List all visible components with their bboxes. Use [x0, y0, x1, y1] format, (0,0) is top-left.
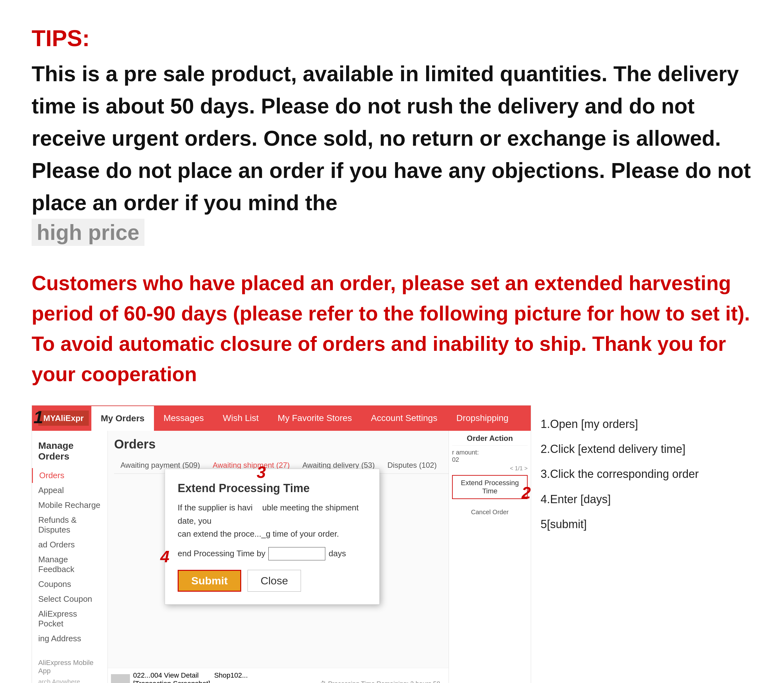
- red-notice: Customers who have placed an order, plea…: [32, 268, 752, 390]
- order-action-title: Order Action: [452, 434, 527, 446]
- sidebar-feedback[interactable]: Manage Feedback: [32, 552, 107, 577]
- amount-row: r amount:02: [452, 449, 527, 463]
- ali-main: Orders Awaiting payment (509) Awaiting s…: [108, 431, 531, 683]
- order-id: 022...004 View Detail Shop102...: [133, 671, 248, 680]
- ali-logo: MYAliExpr: [38, 410, 89, 426]
- modal-buttons: Submit Close: [178, 570, 367, 592]
- page-container: TIPS: This is a pre sale product, availa…: [32, 25, 752, 683]
- processing-time: ⏱ Processing Time Remaining: 2 hours 58.…: [320, 680, 446, 683]
- sidebar-appeal[interactable]: Appeal: [32, 483, 107, 498]
- sidebar-orders[interactable]: Orders: [32, 468, 107, 483]
- step4-badge: 4: [160, 547, 170, 566]
- order-row: 022...004 View Detail Shop102... [Transa…: [108, 668, 449, 683]
- instruction-3: 3.Click the corresponding order: [540, 462, 743, 486]
- cancel-order-label[interactable]: Cancel Order: [452, 508, 527, 516]
- step2-badge: 2: [522, 483, 531, 502]
- ali-nav: My Orders Messages Wish List My Favorite…: [91, 406, 518, 431]
- modal-title: Extend Processing Time: [178, 482, 367, 495]
- step1-badge: 1: [34, 407, 43, 427]
- ali-footer-label: AliExpress Mobile App: [32, 656, 107, 678]
- tips-label: TIPS:: [32, 25, 752, 51]
- sidebar-coupons[interactable]: Coupons: [32, 577, 107, 592]
- ali-footer-sub: arch Anywhere, Anytime: [32, 678, 107, 683]
- sidebar-title: Manage Orders: [32, 437, 107, 465]
- days-input[interactable]: [268, 547, 325, 560]
- aliexpress-ui: 1 MYAliExpr My Orders Messages Wish List…: [32, 405, 531, 683]
- tab-disputes[interactable]: Disputes (102): [381, 458, 443, 473]
- sidebar-address[interactable]: ing Address: [32, 631, 107, 646]
- modal-input-row: 4 end Processing Time by days: [178, 547, 367, 560]
- submit-wrapper: Submit: [178, 570, 241, 592]
- submit-button[interactable]: Submit: [178, 570, 241, 592]
- sidebar-refunds[interactable]: Refunds & Disputes: [32, 513, 107, 537]
- screenshot-area: 1 MYAliExpr My Orders Messages Wish List…: [32, 405, 752, 683]
- days-label: days: [329, 549, 346, 558]
- high-price-text: high price: [32, 219, 144, 246]
- nav-account-settings[interactable]: Account Settings: [361, 406, 447, 431]
- instructions-panel: 1.Open [my orders] 2.Click [extend deliv…: [531, 405, 752, 683]
- instruction-2: 2.Click [extend delivery time]: [540, 436, 743, 462]
- nav-wish-list[interactable]: Wish List: [213, 406, 268, 431]
- nav-messages[interactable]: Messages: [154, 406, 213, 431]
- nav-my-orders[interactable]: My Orders: [91, 406, 154, 431]
- sidebar-mobile-recharge[interactable]: Mobile Recharge: [32, 498, 107, 513]
- nav-favorite-stores[interactable]: My Favorite Stores: [268, 406, 361, 431]
- input-prefix-label: end Processing Time by: [178, 549, 265, 558]
- step3-badge: 3: [257, 463, 266, 482]
- tips-section: TIPS: This is a pre sale product, availa…: [32, 25, 752, 255]
- instruction-5: 5[submit]: [540, 512, 743, 537]
- sidebar-select-coupon[interactable]: Select Coupon: [32, 592, 107, 606]
- instruction-1: 1.Open [my orders]: [540, 412, 743, 436]
- ali-header: 1 MYAliExpr My Orders Messages Wish List…: [32, 406, 531, 431]
- instruction-4: 4.Enter [days]: [540, 487, 743, 512]
- close-button[interactable]: Close: [247, 570, 301, 592]
- amount-value: 02: [452, 456, 459, 463]
- modal-body: If the supplier is havi uble meeting the…: [178, 501, 367, 541]
- order-transaction: [Transaction Screenshot]: [133, 680, 248, 683]
- sidebar-ad-orders[interactable]: ad Orders: [32, 537, 107, 552]
- ali-body: Manage Orders Orders Appeal Mobile Recha…: [32, 431, 531, 683]
- order-action-panel: Order Action r amount:02 < 1/1 > Extend …: [449, 431, 531, 683]
- order-thumb: [111, 674, 130, 683]
- pagination: < 1/1 >: [452, 465, 527, 472]
- extend-processing-button[interactable]: Extend ProcessingTime: [452, 475, 527, 499]
- nav-dropshipping[interactable]: Dropshipping: [447, 406, 518, 431]
- order-info: 022...004 View Detail Shop102... [Transa…: [133, 671, 248, 683]
- extend-modal: 3 Extend Processing Time If the supplier…: [165, 469, 380, 604]
- tips-body: This is a pre sale product, available in…: [32, 58, 752, 219]
- extend-btn-wrapper: Extend ProcessingTime 2: [452, 475, 527, 499]
- ali-sidebar: Manage Orders Orders Appeal Mobile Recha…: [32, 431, 108, 683]
- sidebar-ali-pocket[interactable]: AliExpress Pocket: [32, 606, 107, 631]
